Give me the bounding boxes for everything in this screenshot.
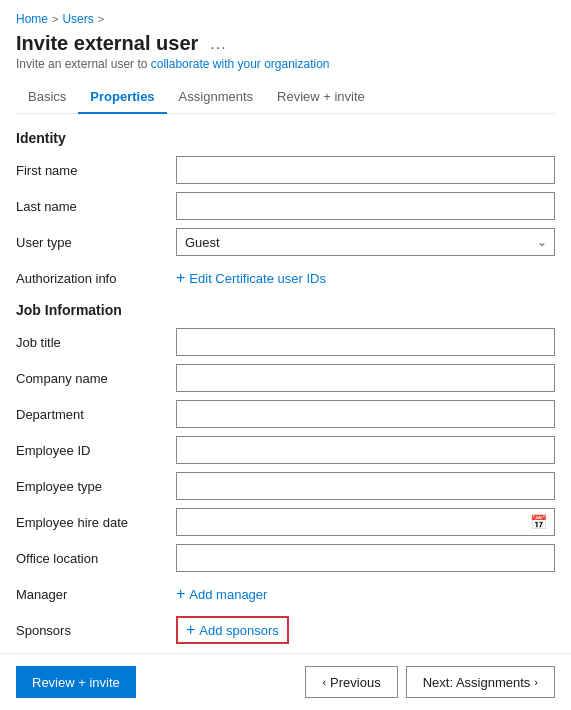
user-type-select-wrapper: Guest Member ⌄ <box>176 228 555 256</box>
user-type-label: User type <box>16 235 176 250</box>
page-title: Invite external user <box>16 32 198 55</box>
previous-button[interactable]: ‹ Previous <box>305 666 397 698</box>
tab-basics[interactable]: Basics <box>16 81 78 114</box>
add-sponsors-label: Add sponsors <box>199 623 279 638</box>
company-name-label: Company name <box>16 371 176 386</box>
review-invite-label: Review + invite <box>32 675 120 690</box>
manager-group: Manager + Add manager <box>16 580 555 608</box>
employee-type-label: Employee type <box>16 479 176 494</box>
footer-nav: ‹ Previous Next: Assignments › <box>305 666 555 698</box>
employee-type-group: Employee type <box>16 472 555 500</box>
add-manager-content: + Add manager <box>176 586 555 602</box>
user-type-select[interactable]: Guest Member <box>176 228 555 256</box>
job-title-group: Job title <box>16 328 555 356</box>
previous-label: Previous <box>330 675 381 690</box>
employee-hire-date-input[interactable] <box>176 508 555 536</box>
add-manager-label: Add manager <box>189 587 267 602</box>
job-title-label: Job title <box>16 335 176 350</box>
breadcrumb-sep1: > <box>52 13 58 25</box>
job-title-input[interactable] <box>176 328 555 356</box>
edit-certificate-label: Edit Certificate user IDs <box>189 271 326 286</box>
tab-bar: Basics Properties Assignments Review + i… <box>16 81 555 114</box>
job-section-title: Job Information <box>16 302 555 318</box>
last-name-label: Last name <box>16 199 176 214</box>
add-manager-plus-icon: + <box>176 586 185 602</box>
next-label: Next: Assignments <box>423 675 531 690</box>
office-location-group: Office location <box>16 544 555 572</box>
ellipsis-button[interactable]: ... <box>206 33 230 55</box>
add-manager-button[interactable]: + Add manager <box>176 586 267 602</box>
breadcrumb: Home > Users > <box>16 12 555 26</box>
first-name-group: First name <box>16 156 555 184</box>
add-sponsors-plus-icon: + <box>186 622 195 638</box>
employee-type-input[interactable] <box>176 472 555 500</box>
employee-hire-date-group: Employee hire date 📅 <box>16 508 555 536</box>
employee-id-input[interactable] <box>176 436 555 464</box>
company-name-input[interactable] <box>176 364 555 392</box>
breadcrumb-sep2: > <box>98 13 104 25</box>
office-location-input[interactable] <box>176 544 555 572</box>
manager-label: Manager <box>16 587 176 602</box>
employee-id-label: Employee ID <box>16 443 176 458</box>
last-name-group: Last name <box>16 192 555 220</box>
department-group: Department <box>16 400 555 428</box>
next-button[interactable]: Next: Assignments › <box>406 666 555 698</box>
sponsors-label: Sponsors <box>16 623 176 638</box>
subtitle-prefix: Invite an external user to <box>16 57 147 71</box>
add-sponsors-button[interactable]: + Add sponsors <box>176 616 289 644</box>
review-invite-button[interactable]: Review + invite <box>16 666 136 698</box>
department-label: Department <box>16 407 176 422</box>
breadcrumb-users[interactable]: Users <box>62 12 93 26</box>
auth-info-group: Authorization info + Edit Certificate us… <box>16 264 555 292</box>
previous-chevron-icon: ‹ <box>322 676 326 688</box>
department-input[interactable] <box>176 400 555 428</box>
employee-id-group: Employee ID <box>16 436 555 464</box>
office-location-label: Office location <box>16 551 176 566</box>
sponsors-group: Sponsors + Add sponsors <box>16 616 555 644</box>
hire-date-wrapper: 📅 <box>176 508 555 536</box>
page-subtitle: Invite an external user to collaborate w… <box>16 57 555 71</box>
auth-info-label: Authorization info <box>16 271 176 286</box>
tab-assignments[interactable]: Assignments <box>167 81 265 114</box>
employee-hire-date-label: Employee hire date <box>16 515 176 530</box>
user-type-group: User type Guest Member ⌄ <box>16 228 555 256</box>
tab-review[interactable]: Review + invite <box>265 81 377 114</box>
identity-section-title: Identity <box>16 130 555 146</box>
last-name-input[interactable] <box>176 192 555 220</box>
sponsors-content: + Add sponsors <box>176 616 555 644</box>
subtitle-link[interactable]: collaborate with your organization <box>151 57 330 71</box>
next-chevron-icon: › <box>534 676 538 688</box>
edit-certificate-button[interactable]: + Edit Certificate user IDs <box>176 270 326 286</box>
breadcrumb-home[interactable]: Home <box>16 12 48 26</box>
auth-info-content: + Edit Certificate user IDs <box>176 270 555 286</box>
tab-properties[interactable]: Properties <box>78 81 166 114</box>
company-name-group: Company name <box>16 364 555 392</box>
footer: Review + invite ‹ Previous Next: Assignm… <box>0 653 571 710</box>
first-name-input[interactable] <box>176 156 555 184</box>
plus-icon: + <box>176 270 185 286</box>
first-name-label: First name <box>16 163 176 178</box>
